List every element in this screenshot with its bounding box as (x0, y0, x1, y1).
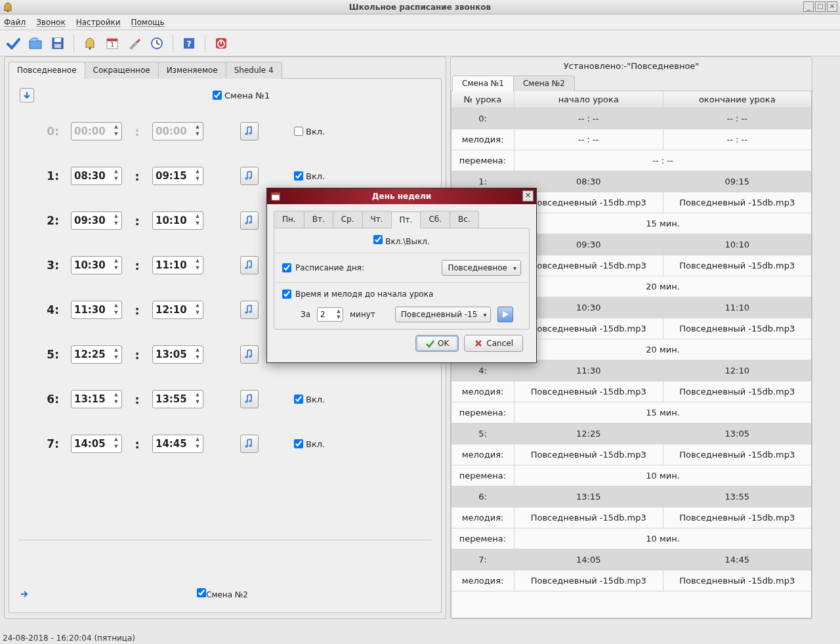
check-icon (425, 339, 434, 348)
start-time-input[interactable]: 09:30▲▼ (71, 211, 122, 230)
toolbar-tools-button[interactable] (125, 34, 144, 53)
lesson-number: 0: (20, 125, 59, 138)
lesson-row: 1: 08:30▲▼ : 09:15▲▼ Вкл. (20, 167, 430, 185)
svg-point-22 (245, 311, 248, 314)
start-time-input[interactable]: 00:00▲▼ (71, 122, 122, 140)
right-tab-shift2[interactable]: Смена №2 (513, 75, 575, 91)
tab-daily[interactable]: Повседневное (9, 62, 85, 79)
lesson-enable-checkbox[interactable]: Вкл. (294, 127, 325, 137)
play-button[interactable] (497, 307, 513, 322)
start-time-input[interactable]: 13:15▲▼ (71, 390, 122, 408)
start-time-input[interactable]: 10:30▲▼ (71, 256, 122, 274)
expand-right-button[interactable] (20, 590, 29, 599)
table-row: перемена:-- : -- (452, 150, 811, 171)
expand-down-button[interactable] (20, 88, 34, 102)
melody-button[interactable] (240, 345, 259, 364)
melody-button[interactable] (240, 435, 259, 453)
dialog-titlebar[interactable]: День недели ✕ (267, 188, 536, 204)
end-time-input[interactable]: 00:00▲▼ (152, 122, 203, 140)
day-tab-fri[interactable]: Пт. (391, 211, 421, 228)
start-time-input[interactable]: 11:30▲▼ (71, 301, 122, 319)
lesson-number: 5: (20, 348, 59, 361)
table-row: перемена:15 мин. (452, 402, 811, 423)
table-row: мелодия:Повседневный -15db.mp3Повседневн… (452, 444, 811, 465)
svg-point-15 (249, 132, 252, 135)
toolbar-save-button[interactable] (49, 34, 67, 53)
melody-button[interactable] (240, 256, 259, 274)
svg-text:?: ? (186, 39, 192, 49)
svg-point-17 (249, 177, 252, 179)
melody-select[interactable]: Повседневный -15 (395, 307, 492, 322)
toolbar-apply-button[interactable] (4, 34, 22, 53)
end-time-input[interactable]: 10:10▲▼ (152, 211, 203, 230)
toolbar-calendar-button[interactable]: 1 (103, 34, 121, 53)
start-time-input[interactable]: 08:30▲▼ (71, 167, 122, 185)
melody-button[interactable] (240, 301, 259, 319)
day-tab-mon[interactable]: Пн. (274, 211, 304, 228)
lesson-number: 2: (20, 214, 59, 227)
dialog-close-button[interactable]: ✕ (522, 190, 534, 202)
end-time-input[interactable]: 09:15▲▼ (152, 167, 203, 185)
toolbar-bell-button[interactable] (81, 34, 99, 53)
end-time-input[interactable]: 13:05▲▼ (152, 345, 203, 364)
table-row: мелодия:Повседневный -15db.mp3Повседневн… (452, 507, 811, 528)
day-tab-thu[interactable]: Чт. (362, 211, 392, 228)
day-schedule-select[interactable]: Повседневное (442, 260, 521, 276)
minutes-spinner[interactable]: 2▲▼ (317, 307, 343, 322)
day-schedule-checkbox[interactable]: Расписание дня: (282, 263, 364, 272)
tab-variable[interactable]: Изменяемое (158, 62, 226, 79)
toolbar-power-button[interactable] (212, 34, 230, 53)
lesson-row: 0: 00:00▲▼ : 00:00▲▼ Вкл. (20, 122, 430, 140)
close-button[interactable]: ✕ (827, 1, 837, 12)
melody-button[interactable] (240, 211, 259, 230)
day-of-week-dialog: День недели ✕ Пн. Вт. Ср. Чт. Пт. Сб. Вс… (266, 188, 537, 363)
lesson-enable-checkbox[interactable]: Вкл. (294, 171, 325, 181)
toolbar-clock-button[interactable] (148, 34, 166, 53)
day-tab-tue[interactable]: Вт. (304, 211, 333, 228)
lesson-number: 7: (20, 437, 59, 450)
table-row: перемена:10 мин. (452, 528, 811, 549)
app-icon (3, 2, 13, 12)
start-time-input[interactable]: 14:05▲▼ (71, 435, 122, 453)
menu-file[interactable]: Файл (4, 18, 26, 27)
minimize-button[interactable]: _ (803, 1, 814, 12)
ok-button[interactable]: OK (415, 335, 459, 352)
dialog-icon (270, 191, 281, 202)
tab-schedule4[interactable]: Shedule 4 (226, 62, 282, 79)
tab-short[interactable]: Сокращенное (85, 62, 159, 79)
right-tab-shift1[interactable]: Смена №1 (452, 75, 514, 91)
lesson-enable-checkbox[interactable]: Вкл. (294, 395, 325, 404)
maximize-button[interactable]: □ (815, 1, 826, 12)
cancel-button[interactable]: Cancel (464, 335, 523, 352)
lesson-enable-checkbox[interactable]: Вкл. (294, 439, 325, 449)
melody-button[interactable] (240, 122, 259, 140)
end-time-input[interactable]: 13:55▲▼ (152, 390, 203, 408)
svg-point-5 (89, 47, 91, 50)
svg-rect-31 (272, 193, 280, 195)
end-time-input[interactable]: 11:10▲▼ (152, 256, 203, 274)
pre-melody-checkbox[interactable]: Время и мелодя до начала урока (282, 290, 521, 299)
shift2-checkbox[interactable]: Смена №2 (197, 588, 248, 599)
onoff-checkbox[interactable]: Вкл.\Выкл. (373, 235, 429, 246)
end-time-input[interactable]: 12:10▲▼ (152, 301, 203, 319)
toolbar-help-button[interactable]: ? (180, 34, 198, 53)
day-tab-sun[interactable]: Вс. (450, 211, 479, 228)
svg-point-18 (245, 222, 248, 225)
melody-button[interactable] (240, 390, 259, 408)
start-time-input[interactable]: 12:25▲▼ (71, 345, 122, 364)
svg-point-20 (245, 267, 248, 269)
shift1-checkbox[interactable]: Смена №1 (213, 91, 270, 100)
lesson-row: 6: 13:15▲▼ : 13:55▲▼ Вкл. (20, 390, 430, 408)
svg-text:1: 1 (110, 41, 114, 48)
svg-rect-4 (54, 44, 61, 48)
right-header: Установлено:-"Повседневное" (451, 57, 812, 75)
day-tab-wed[interactable]: Ср. (333, 211, 363, 228)
day-tab-sat[interactable]: Сб. (420, 211, 450, 228)
menu-bell[interactable]: Звонок (36, 18, 66, 27)
toolbar: 1 ? (0, 30, 840, 56)
end-time-input[interactable]: 14:45▲▼ (152, 435, 203, 453)
toolbar-open-button[interactable] (26, 34, 45, 53)
menu-help[interactable]: Помощь (131, 18, 164, 27)
menu-settings[interactable]: Настройки (76, 18, 121, 27)
melody-button[interactable] (240, 167, 259, 185)
